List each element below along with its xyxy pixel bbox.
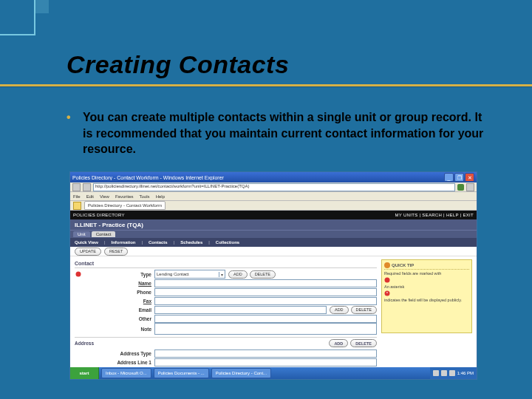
label-phone: Phone [85, 290, 151, 295]
section-address-header: Address ADD DELETE [75, 337, 377, 347]
windows-taskbar: start Inbox - Microsoft O... Policies Do… [70, 367, 477, 379]
corner-decoration [0, 0, 35, 35]
input-email[interactable] [154, 306, 327, 314]
url-field[interactable]: http://policiesdirectory.illinet.net/con… [93, 183, 455, 191]
label-addr1: Address Line 1 [85, 360, 151, 365]
input-fax[interactable] [154, 297, 377, 305]
menu-favorites[interactable]: Favorites [115, 194, 134, 199]
tray-icon[interactable] [441, 370, 447, 376]
subtab-collections[interactable]: Collections [216, 240, 239, 245]
textarea-note[interactable] [154, 323, 377, 335]
label-email: Email [85, 307, 151, 313]
section-address-label: Address [75, 341, 94, 346]
label-type: Type [85, 272, 151, 277]
input-phone[interactable] [154, 288, 377, 296]
taskbar-item[interactable]: Policies Documents - ... [154, 368, 209, 378]
quick-tip-line1: Required fields are marked with [384, 271, 469, 276]
row-note: Note [75, 323, 377, 335]
window-close-button[interactable]: ✕ [465, 173, 474, 182]
app-top-strip: POLICIES DIRECTORY MY UNITS | SEARCH | H… [70, 211, 477, 219]
input-other[interactable] [154, 315, 377, 323]
quick-tip-panel: QUICK TIP Required fields are marked wit… [381, 259, 472, 333]
tray-icon[interactable] [433, 370, 439, 376]
link-my-units[interactable]: MY UNITS [395, 213, 418, 217]
required-example-icon [384, 277, 390, 283]
search-icon[interactable] [466, 183, 474, 191]
bullet-text: You can create multiple contacts within … [83, 109, 488, 157]
unit-title: ILLINET - Practice (TQA) [70, 219, 477, 230]
app-main-tabs: Unit Contact [70, 230, 477, 238]
row-name: Name [75, 279, 377, 287]
input-addr-type[interactable] [154, 349, 377, 358]
subtab-contacts[interactable]: Contacts [149, 240, 168, 245]
quick-tip-title: QUICK TIP [392, 263, 414, 267]
row-email: Email ADD DELETE [75, 305, 377, 314]
taskbar-item[interactable]: Inbox - Microsoft O... [101, 368, 151, 378]
quick-tip-line2: An asterisk [384, 284, 469, 289]
window-min-button[interactable]: _ [444, 173, 454, 182]
row-other: Other [75, 314, 377, 323]
tab-contact[interactable]: Contact [92, 231, 116, 237]
select-type[interactable]: Lending Contact▾ [154, 270, 225, 279]
form-area: Contact Type Lending Contact▾ ADD DELETE… [70, 256, 477, 380]
label-fax: Fax [85, 299, 151, 304]
taskbar-item[interactable]: Policies Directory - Cont... [211, 368, 271, 378]
row-phone: Phone [75, 287, 377, 296]
slide-title: Creating Contacts [66, 50, 502, 83]
chevron-down-icon: ▾ [219, 272, 223, 277]
window-max-button[interactable]: ❐ [454, 173, 464, 182]
tab-unit[interactable]: Unit [73, 231, 90, 237]
forward-icon[interactable] [83, 183, 91, 191]
delete-email-button[interactable]: DELETE [351, 306, 377, 314]
menu-file[interactable]: File [73, 194, 81, 199]
menu-tools[interactable]: Tools [140, 194, 150, 199]
tray-icon[interactable] [449, 370, 455, 376]
app-brand: POLICIES DIRECTORY [73, 213, 125, 217]
input-addr1[interactable] [154, 358, 377, 366]
label-name: Name [85, 281, 151, 286]
link-help[interactable]: HELP [446, 213, 459, 217]
public-example-icon: * [384, 290, 390, 296]
link-search[interactable]: SEARCH [422, 213, 442, 217]
delete-address-button[interactable]: DELETE [350, 339, 377, 347]
svg-point-0 [76, 272, 81, 277]
update-button[interactable]: UPDATE [75, 248, 101, 256]
subtab-schedules[interactable]: Schedules [180, 240, 202, 245]
back-icon[interactable] [72, 183, 81, 191]
go-button[interactable] [457, 184, 464, 191]
ie-menu-bar: File Edit View Favorites Tools Help [70, 192, 477, 201]
required-icon [75, 270, 82, 278]
delete-type-button[interactable]: DELETE [250, 270, 276, 279]
favorites-icon[interactable] [73, 202, 81, 210]
menu-help[interactable]: Help [156, 194, 165, 199]
app-action-row: UPDATE RESET [70, 247, 477, 256]
pin-icon [384, 262, 390, 268]
bullet-list: • You can create multiple contacts withi… [66, 109, 488, 157]
svg-point-1 [385, 278, 390, 283]
menu-view[interactable]: View [100, 194, 109, 199]
decoration-square [35, 0, 49, 13]
section-contact-header: Contact [75, 259, 377, 268]
row-addr-type: Address Type [75, 349, 377, 358]
embedded-screenshot: Policies Directory - Contact Workform - … [69, 171, 477, 380]
row-fax: Fax [75, 296, 377, 305]
add-email-button[interactable]: ADD [330, 306, 349, 314]
subtab-quick-view[interactable]: Quick View [75, 240, 98, 245]
quick-tip-line3: indicates the field will be displayed pu… [384, 298, 469, 302]
app-sub-tabs: Quick View| Information| Contacts| Sched… [70, 238, 477, 247]
start-button[interactable]: start [70, 367, 99, 379]
menu-edit[interactable]: Edit [86, 194, 94, 199]
subtab-information[interactable]: Information [111, 240, 135, 245]
add-type-button[interactable]: ADD [228, 270, 248, 279]
system-tray: 1:46 PM [430, 367, 477, 379]
select-type-value: Lending Contact [157, 272, 189, 276]
browser-tab[interactable]: Policies Directory - Contact Workform [84, 201, 166, 210]
ie-tab-strip: Policies Directory - Contact Workform [70, 201, 477, 211]
label-other: Other [85, 316, 151, 321]
bullet-marker: • [66, 109, 75, 157]
link-exit[interactable]: EXIT [463, 213, 474, 217]
row-type: Type Lending Contact▾ ADD DELETE [75, 270, 377, 279]
reset-button[interactable]: RESET [104, 248, 128, 256]
add-address-button[interactable]: ADD [329, 339, 348, 347]
input-name[interactable] [154, 279, 377, 287]
